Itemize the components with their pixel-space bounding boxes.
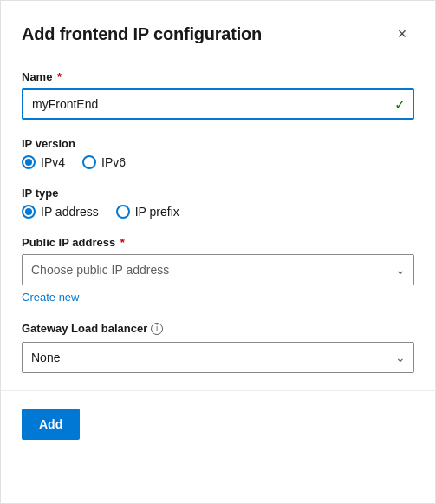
add-button[interactable]: Add xyxy=(22,409,80,440)
gateway-group: Gateway Load balancer i None ⌄ xyxy=(22,322,414,373)
name-field-group: Name * ✓ xyxy=(22,70,414,120)
public-ip-label: Public IP address * xyxy=(22,236,414,249)
gateway-info-icon[interactable]: i xyxy=(151,323,163,335)
ip-address-radio[interactable] xyxy=(22,205,36,219)
ip-prefix-label: IP prefix xyxy=(135,205,179,219)
panel-title: Add frontend IP configuration xyxy=(22,24,262,44)
name-input[interactable] xyxy=(22,88,414,120)
gateway-select[interactable]: None xyxy=(22,342,414,373)
name-label: Name * xyxy=(22,70,414,83)
add-frontend-ip-panel: Add frontend IP configuration × Name * ✓… xyxy=(0,0,436,504)
ipv6-label: IPv6 xyxy=(101,155,126,169)
ip-prefix-option[interactable]: IP prefix xyxy=(116,205,179,219)
name-input-wrapper: ✓ xyxy=(22,88,414,120)
ip-prefix-radio[interactable] xyxy=(116,205,130,219)
public-ip-required-star: * xyxy=(117,236,125,249)
create-new-link[interactable]: Create new xyxy=(22,291,79,304)
public-ip-select[interactable]: Choose public IP address xyxy=(22,254,414,285)
ip-version-group: IP version IPv4 IPv6 xyxy=(22,137,414,169)
ip-address-option[interactable]: IP address xyxy=(22,205,99,219)
ipv4-option[interactable]: IPv4 xyxy=(22,155,65,169)
public-ip-group: Public IP address * Choose public IP add… xyxy=(22,236,414,304)
ipv4-radio[interactable] xyxy=(22,155,36,169)
ip-type-group: IP type IP address IP prefix xyxy=(22,187,414,219)
ip-type-label: IP type xyxy=(22,187,414,200)
gateway-dropdown-wrapper: None ⌄ xyxy=(22,342,414,373)
ip-type-radio-group: IP address IP prefix xyxy=(22,205,414,219)
ip-address-label: IP address xyxy=(41,205,99,219)
ipv6-radio[interactable] xyxy=(82,155,96,169)
ipv4-label: IPv4 xyxy=(41,155,65,169)
ip-version-radio-group: IPv4 IPv6 xyxy=(22,155,414,169)
name-required-star: * xyxy=(54,70,62,83)
ip-version-label: IP version xyxy=(22,137,414,150)
divider xyxy=(1,390,435,391)
close-button[interactable]: × xyxy=(390,22,414,46)
ipv6-option[interactable]: IPv6 xyxy=(82,155,126,169)
gateway-label-wrapper: Gateway Load balancer i xyxy=(22,322,414,335)
name-valid-icon: ✓ xyxy=(394,96,406,113)
panel-header: Add frontend IP configuration × xyxy=(22,22,414,46)
gateway-label: Gateway Load balancer xyxy=(22,322,147,335)
public-ip-dropdown-wrapper: Choose public IP address ⌄ xyxy=(22,254,414,285)
